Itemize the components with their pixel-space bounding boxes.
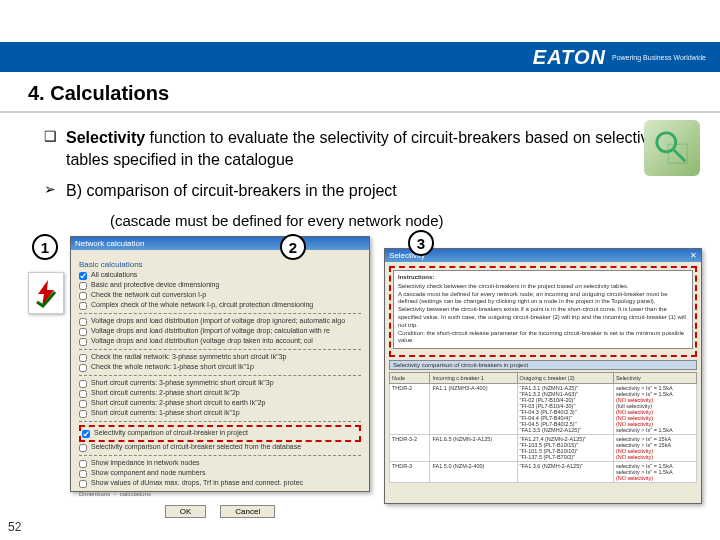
section-heading: 4. Calculations [0,72,720,113]
top-white-bar [0,0,720,42]
chk-d1[interactable] [79,318,87,326]
network-calculation-dialog: Network calculation Basic calculations A… [70,236,370,492]
chk-s2[interactable] [79,390,87,398]
eaton-logo: EATON [533,46,606,69]
selectivity-dialog: Selectivity✕ Instructions: Selectivity c… [384,248,702,504]
label-2: 2 [280,234,306,260]
selectivity-icon [644,120,700,176]
highlighted-selectivity-option: Selectivity comparison of circuit-breake… [79,425,361,442]
instructions-box: Instructions: Selectivity check between … [393,270,693,349]
eaton-tagline: Powering Business Worldwide [612,54,706,61]
table-row: THDR-2FA1.1 (NZMH3-A-400)"FA1.3.1 (NZMN1… [390,384,697,435]
bullet-marker: ❑ [44,127,66,170]
dim-note: Dimensions → calculations [79,491,361,497]
col-incoming: Incoming c.breaker 1 [430,373,517,384]
content-area: ❑ Selectivity function to evaluate the s… [0,113,720,229]
dialog-titlebar: Network calculation [71,237,369,250]
bolt-icon [28,272,64,314]
group-basic: Basic calculations [79,260,361,269]
figure-area: 1 2 3 Network calculation Basic calculat… [28,228,704,508]
chk-b2[interactable] [79,292,87,300]
chk-s1[interactable] [79,380,87,388]
dialog-titlebar: Selectivity✕ [385,249,701,262]
chk-sel2[interactable] [79,444,87,452]
selectivity-table: Node Incoming c.breaker 1 Outgoing c.bre… [389,372,697,483]
svg-line-1 [674,150,685,161]
header-blue-bar: EATON Powering Business Worldwide [0,42,720,72]
chk-d3[interactable] [79,338,87,346]
chk-i2[interactable] [79,470,87,478]
chk-sel1[interactable] [82,430,90,438]
col-outgoing: Outgoing c.breaker (2) [517,373,613,384]
bullet-selectivity: ❑ Selectivity function to evaluate the s… [44,127,692,170]
chk-n1[interactable] [79,354,87,362]
table-row: THDR-3FA1.5.0 (NZM-2-400)"FA1.3.6 (NZMH-… [390,462,697,483]
chk-n2[interactable] [79,364,87,372]
highlighted-instructions: Instructions: Selectivity check between … [389,266,697,357]
chk-i3[interactable] [79,480,87,488]
label-3: 3 [408,230,434,256]
close-icon[interactable]: ✕ [690,251,697,260]
chk-all[interactable] [79,272,87,280]
chk-i1[interactable] [79,460,87,468]
chk-s3[interactable] [79,400,87,408]
col-sel: Selectivity [613,373,696,384]
subline-text: (cascade must be defined for every netwo… [110,212,692,229]
label-1: 1 [32,234,58,260]
chk-b3[interactable] [79,302,87,310]
banner: Selectivity comparison of circuit-breake… [389,360,697,370]
chk-s4[interactable] [79,410,87,418]
cancel-button[interactable]: Cancel [220,505,275,518]
chk-d2[interactable] [79,328,87,336]
col-node: Node [390,373,430,384]
bullet-comparison: ➢ B) comparison of circuit-breakers in t… [44,180,692,202]
bullet-text: B) comparison of circuit-breakers in the… [66,180,692,202]
section-title: 4. Calculations [28,82,720,105]
page-number: 52 [8,520,21,534]
bullet-text: Selectivity function to evaluate the sel… [66,127,692,170]
bullet-marker: ➢ [44,180,66,202]
ok-button[interactable]: OK [165,505,207,518]
table-row: THDR-3-2FA1.6.5 (NZMN-2-A125)"FA1.27.4 (… [390,435,697,462]
svg-point-0 [657,133,676,152]
chk-b1[interactable] [79,282,87,290]
